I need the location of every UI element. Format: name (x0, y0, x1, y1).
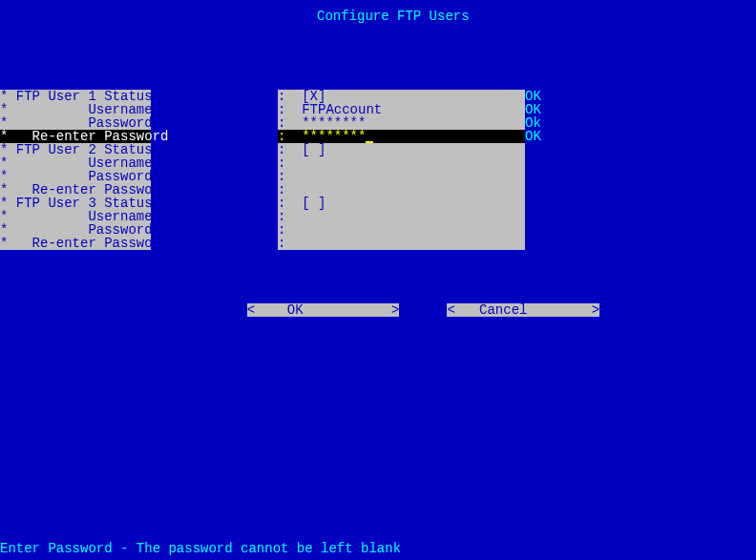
field-label: * Password (0, 223, 151, 237)
field-label: * Re-enter Password (0, 183, 151, 197)
gap (151, 103, 278, 116)
form-row[interactable]: * Username : (0, 210, 541, 223)
status-ok: Ok (525, 116, 541, 130)
field-value[interactable]: : (278, 183, 525, 197)
field-label: * Re-enter Password (0, 237, 151, 250)
field-label: * FTP User 1 Status (0, 90, 151, 103)
gap (151, 116, 278, 130)
gap (151, 183, 278, 197)
ok-button[interactable]: < OK > (247, 303, 400, 317)
field-value[interactable]: : (278, 156, 525, 170)
gap (151, 210, 278, 223)
gap (151, 223, 278, 237)
form-row[interactable]: * Re-enter Password : (0, 183, 541, 197)
gap (151, 143, 278, 156)
field-label: * Password (0, 116, 151, 130)
cancel-button[interactable]: < Cancel > (447, 303, 599, 317)
gap (151, 130, 278, 143)
form-row[interactable]: * Password : ******** Ok (0, 116, 541, 130)
field-value[interactable]: : (278, 237, 525, 250)
gap (151, 170, 278, 183)
form-row[interactable]: * Username : FTPAccount OK (0, 103, 541, 116)
form-row[interactable]: * Username : (0, 156, 541, 170)
form-row[interactable]: * FTP User 2 Status : [ ] (0, 143, 541, 156)
field-value[interactable]: : [ ] (278, 143, 525, 156)
page-title: Configure FTP Users (317, 10, 470, 23)
button-row: < OK >< Cancel > (0, 290, 756, 317)
field-value[interactable]: : (278, 170, 525, 183)
field-label: * Username (0, 156, 151, 170)
header-bar: Configure FTP Users (0, 0, 756, 50)
field-value[interactable]: : (278, 210, 525, 223)
field-value[interactable]: : FTPAccount (278, 103, 525, 116)
field-label: * Re-enter Password (0, 130, 151, 143)
form-row[interactable]: * Password : (0, 170, 541, 183)
gap (151, 156, 278, 170)
form-row[interactable]: * Re-enter Password : ******** OK (0, 130, 541, 143)
field-label: * Username (0, 210, 151, 223)
status-bar: Enter Password - The password cannot be … (0, 542, 401, 555)
form-row[interactable]: * Password : (0, 223, 541, 237)
form-row[interactable]: * FTP User 3 Status : [ ] (0, 197, 541, 210)
status-ok: OK (525, 103, 541, 116)
field-value[interactable]: : [ ] (278, 197, 525, 210)
gap (151, 237, 278, 250)
field-label: * Username (0, 103, 151, 116)
form-area: * FTP User 1 Status : [X] OK* Username :… (0, 90, 541, 250)
form-row[interactable]: * FTP User 1 Status : [X] OK (0, 90, 541, 103)
field-label: * FTP User 2 Status (0, 143, 151, 156)
field-value[interactable]: : ******** (278, 130, 525, 143)
gap (151, 197, 278, 210)
field-label: * FTP User 3 Status (0, 197, 151, 210)
field-value[interactable]: : [X] (278, 90, 525, 103)
form-row[interactable]: * Re-enter Password : (0, 237, 541, 250)
status-ok: OK (525, 90, 541, 103)
field-label: * Password (0, 170, 151, 183)
field-value[interactable]: : (278, 223, 525, 237)
status-ok: OK (525, 130, 541, 143)
gap (151, 90, 278, 103)
field-value[interactable]: : ******** (278, 116, 525, 130)
